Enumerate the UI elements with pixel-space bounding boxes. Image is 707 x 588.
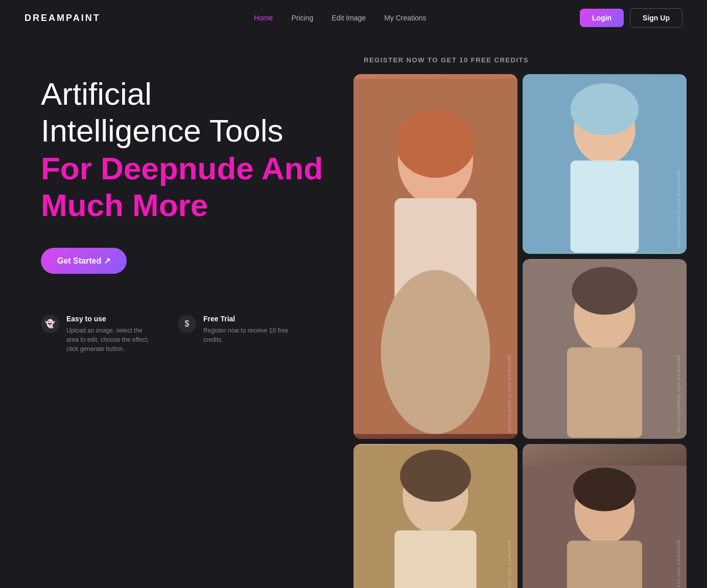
free-trial-icon: $ [178, 315, 196, 333]
hero-image-1: generated with DreamPaint.net [354, 74, 517, 439]
hero-image-3: generated with DreamPaint.net [523, 259, 687, 439]
watermark-4: generated with DreamPaint.net [507, 540, 512, 588]
watermark-5: generated with DreamPaint.net [676, 540, 681, 588]
svg-point-4 [381, 270, 490, 434]
hero-image-5-svg [523, 444, 687, 589]
hero-title-line1: Artificial [41, 77, 329, 111]
feature-easy-desc: Upload an image, select the area to edit… [66, 326, 153, 354]
login-button[interactable]: Login [580, 9, 624, 27]
svg-rect-16 [394, 530, 477, 588]
signup-button[interactable]: Sign Up [630, 8, 682, 28]
watermark-3: generated with DreamPaint.net [676, 355, 681, 433]
nav-link-home[interactable]: Home [254, 14, 273, 22]
svg-rect-8 [571, 160, 639, 253]
hero-cta: Get Started ↗ [41, 248, 329, 274]
hero-title: Artificial Intelligence Tools For Deepnu… [41, 77, 329, 223]
hero-title-pink2: Much More [41, 187, 329, 223]
nav-link-edit-image[interactable]: Edit Image [332, 14, 366, 22]
nav-link-pricing[interactable]: Pricing [291, 14, 313, 22]
feature-easy-title: Easy to use [66, 315, 153, 323]
hero-left: Artificial Intelligence Tools For Deepnu… [0, 36, 354, 588]
watermark-2: generated with DreamPaint.net [676, 171, 681, 249]
hero-image-4-svg [354, 444, 517, 589]
hero-title-pink1: For Deepnude And [41, 150, 329, 186]
hero-image-1-svg [354, 74, 517, 439]
navbar: DREAMPAINT Home Pricing Edit Image My Cr… [0, 0, 707, 36]
hero-section: Artificial Intelligence Tools For Deepnu… [0, 36, 707, 588]
nav-actions: Login Sign Up [580, 8, 682, 28]
hero-image-5: generated with DreamPaint.net [523, 444, 687, 589]
hero-images-grid: generated with DreamPaint.net generated … [354, 74, 687, 588]
feature-easy-text: Easy to use Upload an image, select the … [66, 315, 153, 354]
register-cta-text: REGISTER NOW TO GET 10 FREE CREDITS [354, 56, 687, 64]
svg-rect-20 [567, 540, 642, 588]
hero-right: REGISTER NOW TO GET 10 FREE CREDITS gene… [354, 36, 707, 588]
feature-free-trial: $ Free Trial Register now to receive 10 … [178, 315, 290, 354]
svg-point-2 [396, 109, 475, 178]
svg-point-19 [573, 467, 636, 511]
hero-image-4: generated with DreamPaint.net [354, 444, 517, 589]
nav-links: Home Pricing Edit Image My Creations [254, 14, 427, 22]
svg-point-7 [571, 83, 639, 135]
get-started-button[interactable]: Get Started ↗ [41, 248, 127, 274]
nav-link-my-creations[interactable]: My Creations [384, 14, 426, 22]
hero-title-line2: Intelligence Tools [41, 113, 329, 148]
hero-image-2-svg [523, 74, 687, 254]
svg-rect-12 [567, 347, 642, 438]
svg-point-15 [400, 450, 471, 502]
logo[interactable]: DREAMPAINT [25, 13, 101, 23]
feature-trial-title: Free Trial [203, 315, 290, 323]
feature-trial-desc: Register now to receive 10 free credits. [203, 326, 290, 344]
hero-features: 👻 Easy to use Upload an image, select th… [41, 315, 329, 354]
hero-image-3-svg [523, 259, 687, 439]
feature-easy-to-use: 👻 Easy to use Upload an image, select th… [41, 315, 153, 354]
watermark-1: generated with DreamPaint.net [507, 355, 512, 433]
svg-point-11 [572, 267, 637, 315]
feature-trial-text: Free Trial Register now to receive 10 fr… [203, 315, 290, 344]
easy-use-icon: 👻 [41, 315, 59, 333]
hero-image-2: generated with DreamPaint.net [523, 74, 687, 254]
